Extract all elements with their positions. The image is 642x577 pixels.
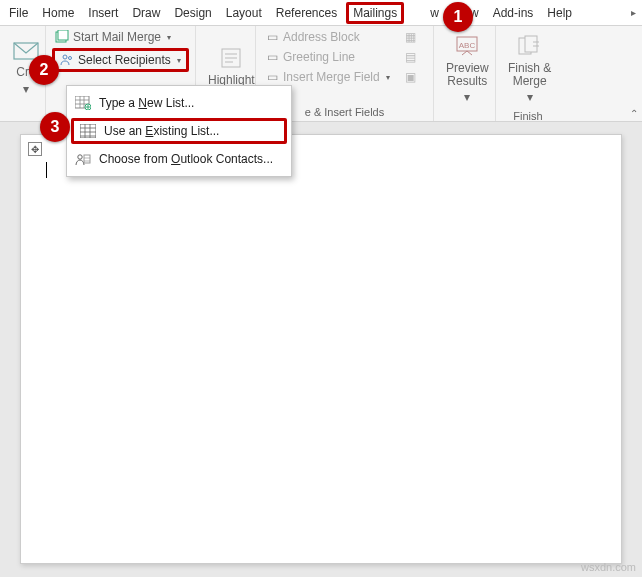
text-caret — [46, 162, 47, 178]
tab-insert[interactable]: Insert — [81, 2, 125, 24]
new-list-icon — [75, 95, 91, 111]
callout-1: 1 — [443, 2, 473, 32]
rules-icon[interactable]: ▦ — [405, 30, 427, 44]
tab-addins[interactable]: Add-ins — [486, 2, 541, 24]
greeting-line-button[interactable]: ▭ Greeting Line — [262, 48, 401, 66]
group-preview: ABC Preview Results ▾ — [434, 26, 496, 121]
greeting-line-label: Greeting Line — [283, 50, 355, 64]
callout-2: 2 — [29, 55, 59, 85]
svg-text:ABC: ABC — [459, 41, 476, 50]
preview-icon: ABC — [453, 32, 481, 60]
chevron-down-icon: ▾ — [177, 56, 181, 65]
svg-rect-14 — [84, 155, 90, 163]
document-area: ✥ — [0, 122, 642, 577]
chevron-down-icon: ▾ — [527, 90, 533, 104]
tab-help[interactable]: Help — [540, 2, 579, 24]
tab-scroll-right[interactable]: ▸ — [626, 7, 640, 18]
svg-rect-2 — [58, 30, 68, 40]
menu-use-existing-list[interactable]: Use an Existing List... — [71, 118, 287, 144]
address-block-button[interactable]: ▭ Address Block — [262, 28, 401, 46]
tab-references[interactable]: References — [269, 2, 344, 24]
chevron-down-icon: ▾ — [23, 82, 29, 96]
update-labels-icon[interactable]: ▣ — [405, 70, 427, 84]
svg-point-13 — [78, 155, 82, 159]
insert-merge-field-label: Insert Merge Field — [283, 70, 380, 84]
callout-3: 3 — [40, 112, 70, 142]
menu-type-new-list-label: Type a New List... — [99, 96, 194, 110]
finish-icon — [516, 32, 544, 60]
preview-label: Preview Results — [446, 62, 489, 88]
highlight-icon — [217, 44, 245, 72]
existing-list-icon — [80, 123, 96, 139]
address-block-icon: ▭ — [265, 30, 279, 44]
select-recipients-button[interactable]: Select Recipients ▾ — [57, 51, 184, 69]
start-mail-merge-button[interactable]: Start Mail Merge ▾ — [52, 28, 189, 46]
tab-file[interactable]: File — [2, 2, 35, 24]
greeting-line-icon: ▭ — [265, 50, 279, 64]
chevron-down-icon: ▾ — [464, 90, 470, 104]
finish-merge-button[interactable]: Finish & Merge ▾ — [502, 28, 557, 108]
svg-point-4 — [69, 57, 72, 60]
group-finish: Finish & Merge ▾ Finish — [496, 26, 560, 121]
select-recipients-menu: Type a New List... Use an Existing List.… — [66, 85, 292, 177]
menu-use-existing-list-label: Use an Existing List... — [104, 124, 219, 138]
match-fields-icon[interactable]: ▤ — [405, 50, 427, 64]
outlook-contacts-icon — [75, 151, 91, 167]
menu-outlook-contacts-label: Choose from Outlook Contacts... — [99, 152, 273, 166]
chevron-down-icon: ▾ — [386, 73, 390, 82]
tab-draw[interactable]: Draw — [125, 2, 167, 24]
tab-layout[interactable]: Layout — [219, 2, 269, 24]
preview-results-button[interactable]: ABC Preview Results ▾ — [440, 28, 495, 108]
document-page[interactable] — [20, 134, 622, 564]
select-recipients-highlight: Select Recipients ▾ — [52, 48, 189, 72]
address-block-label: Address Block — [283, 30, 360, 44]
insert-merge-field-icon: ▭ — [265, 70, 279, 84]
table-move-handle[interactable]: ✥ — [28, 142, 42, 156]
watermark: wsxdn.com — [581, 561, 636, 573]
tab-home[interactable]: Home — [35, 2, 81, 24]
recipients-icon — [60, 53, 74, 67]
menu-outlook-contacts[interactable]: Choose from Outlook Contacts... — [67, 146, 291, 172]
svg-rect-9 — [525, 36, 537, 52]
mail-merge-icon — [55, 30, 69, 44]
chevron-down-icon: ▾ — [167, 33, 171, 42]
collapse-ribbon-icon[interactable]: ⌃ — [630, 108, 638, 119]
insert-merge-field-button[interactable]: ▭ Insert Merge Field ▾ — [262, 68, 401, 86]
start-mail-merge-label: Start Mail Merge — [73, 30, 161, 44]
ribbon-tabs: File Home Insert Draw Design Layout Refe… — [0, 0, 642, 26]
finish-label: Finish & Merge — [508, 62, 551, 88]
tab-view-cut[interactable]: w — [406, 2, 446, 24]
menu-type-new-list[interactable]: Type a New List... — [67, 90, 291, 116]
tab-mailings[interactable]: Mailings — [346, 2, 404, 24]
svg-point-3 — [63, 55, 67, 59]
tab-design[interactable]: Design — [167, 2, 218, 24]
select-recipients-label: Select Recipients — [78, 53, 171, 67]
